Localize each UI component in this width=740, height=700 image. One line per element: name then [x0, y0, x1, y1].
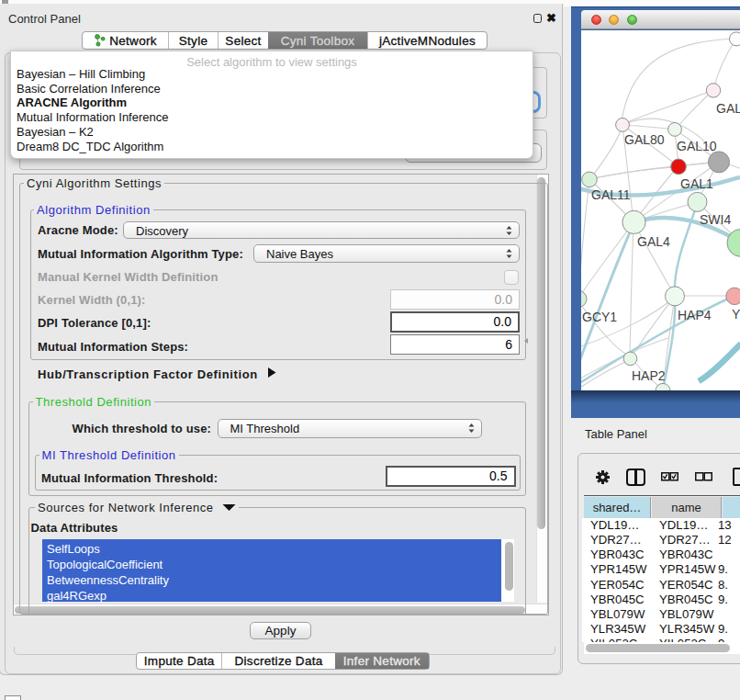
svg-text:GAL10: GAL10	[677, 139, 717, 153]
svg-text:GAL7: GAL7	[716, 101, 740, 116]
svg-text:GAL4: GAL4	[637, 234, 670, 249]
svg-text:SWI4: SWI4	[700, 212, 731, 227]
svg-text:HAP4: HAP4	[678, 308, 712, 322]
svg-text:Y: Y	[732, 307, 740, 322]
svg-text:GAL11: GAL11	[591, 187, 631, 202]
svg-text:HAP2: HAP2	[632, 368, 666, 383]
svg-text:GAL1: GAL1	[680, 176, 713, 191]
svg-text:GAL80: GAL80	[624, 132, 665, 147]
svg-text:GCY1: GCY1	[582, 310, 617, 324]
